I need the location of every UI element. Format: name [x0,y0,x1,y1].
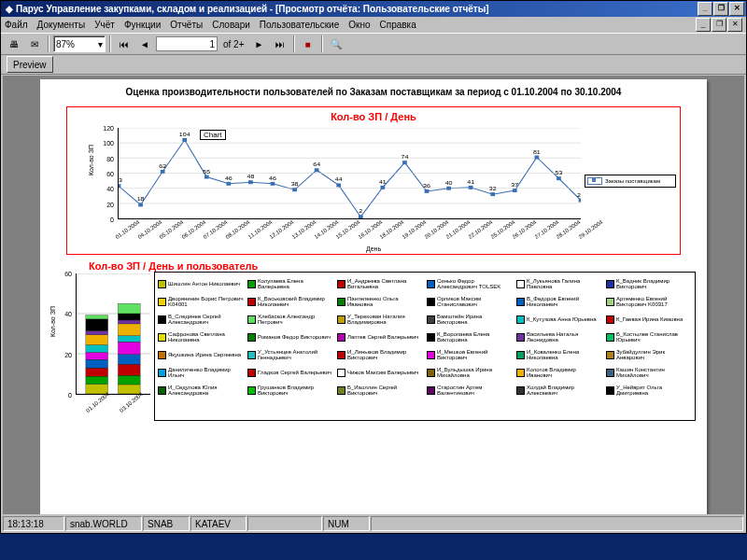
report-title: Оценка производительности пользователей … [40,79,707,103]
chart-2: Кол-во ЗП / День и пользователь Кол-во З… [51,260,696,421]
mdi-maximize-button[interactable]: ❐ [712,18,726,32]
legend-swatch-icon [337,315,345,324]
svg-text:41: 41 [379,178,387,184]
stop-icon[interactable]: ■ [299,35,317,53]
legend-swatch-icon [516,386,525,395]
legend-swatch-icon [158,315,166,324]
legend-item: У_Тереховая Наталия Владимировна [337,311,423,328]
menu-reports[interactable]: Отчёты [170,20,203,30]
legend-swatch-icon [247,280,256,288]
search-icon[interactable]: 🔍 [327,35,345,53]
legend-item: К_Васьковский Владимир Николаевич [247,293,333,310]
svg-text:53: 53 [556,170,563,175]
titlebar[interactable]: ◆ Парус Управление закупками, складом и … [1,1,746,17]
menu-dictionaries[interactable]: Словари [212,20,250,30]
menu-user[interactable]: Пользовательские [260,20,339,30]
legend-item: К_Воропаева Елена Викторовна [427,329,513,345]
maximize-button[interactable]: ❐ [713,2,728,16]
menu-help[interactable]: Справка [380,20,416,30]
svg-rect-71 [118,324,140,336]
legend-swatch-icon [337,369,345,377]
legend-item: Зубайдуллин Эрик Анварович [606,346,692,363]
legend-swatch-icon [247,369,256,377]
chart-1-title: Кол-во ЗП / День [73,111,674,122]
svg-text:55: 55 [203,168,210,174]
mdi-close-button[interactable]: ✕ [727,18,742,32]
svg-rect-61 [86,335,108,345]
menubar[interactable]: Файл Документы Учёт Функции Отчёты Слова… [1,17,746,33]
svg-rect-17 [227,182,232,186]
legend-item: В_Федоров Евгений Николаевич [516,293,602,310]
legend-swatch-icon [427,351,435,359]
preview-tab[interactable]: Preview [7,56,53,73]
svg-text:64: 64 [313,161,320,167]
chart-1-legend: Заказы поставщикам [585,175,676,188]
status-time: 18:13:18 [3,516,64,531]
legend-swatch-icon [516,351,525,359]
legend-swatch-icon [247,351,256,359]
legend-swatch-icon [337,386,345,395]
svg-rect-15 [204,175,209,179]
legend-swatch-icon [337,351,345,359]
svg-text:46: 46 [269,175,276,180]
menu-accounting[interactable]: Учёт [94,20,115,30]
page-input[interactable] [156,36,218,51]
legend-item: Бамштейн Ирина Викторовна [427,311,513,328]
chart-1-xlabel: День [73,245,674,252]
prev-page-icon[interactable]: ◄ [135,35,154,53]
menu-window[interactable]: Окно [348,20,370,30]
legend-item: Пантелеенко Ольга Ивановна [337,293,423,310]
svg-rect-45 [535,156,540,160]
svg-rect-13 [182,138,187,142]
taskbar[interactable] [0,534,747,560]
first-page-icon[interactable]: ⏮ [115,35,134,53]
legend-swatch-icon [337,280,345,288]
legend-item: Колупаева Елена Валерьевна [247,275,333,292]
menu-documents[interactable]: Документы [37,20,86,30]
svg-text:32: 32 [489,186,497,191]
legend-item: Старостин Артем Валентинович [427,382,513,399]
next-page-icon[interactable]: ► [250,35,269,53]
minimize-button[interactable]: _ [698,2,712,16]
svg-rect-25 [315,168,319,172]
svg-rect-59 [86,352,108,359]
menu-file[interactable]: Файл [5,20,28,30]
legend-swatch-icon [606,280,614,288]
page-of-label: of 2+ [223,39,245,49]
legend-swatch-icon [427,298,435,306]
print-icon[interactable]: 🖶 [5,35,23,53]
legend-swatch-icon [247,315,256,324]
menu-functions[interactable]: Функции [124,20,161,30]
svg-text:62: 62 [159,162,166,168]
legend-swatch-icon [337,298,345,306]
svg-rect-72 [118,320,140,324]
legend-swatch-icon [516,280,525,288]
legend-swatch-icon [158,280,166,288]
status-schema: SNAB [143,516,190,531]
svg-rect-21 [271,182,275,186]
legend-item: У_Нейврит Ольга Дмитриевна [606,382,692,399]
chart-annotation: Chart [200,130,226,140]
legend-item: Б_Иаоллин Сергей Викторович [337,382,423,399]
zoom-combo[interactable]: 87%▾ [53,35,106,52]
legend-swatch-icon [587,177,602,185]
legend-item: Грушанков Владимир Викторович [247,382,333,399]
app-window: ◆ Парус Управление закупками, складом и … [0,0,747,534]
legend-swatch-icon [606,351,614,359]
report-viewport[interactable]: Оценка производительности пользователей … [3,76,744,514]
legend-swatch-icon [516,333,525,342]
close-button[interactable]: ✕ [729,2,744,16]
last-page-icon[interactable]: ⏭ [271,35,289,53]
svg-rect-7 [119,184,120,188]
legend-swatch-icon [247,333,256,342]
legend-swatch-icon [516,369,525,377]
export-icon[interactable]: ✉ [25,35,44,53]
legend-swatch-icon [516,298,525,306]
svg-text:44: 44 [335,176,343,182]
legend-item: Холдай Владимир Алексеевич [516,382,602,399]
svg-rect-70 [118,336,140,343]
legend-swatch-icon [247,386,256,395]
mdi-minimize-button[interactable]: _ [696,18,711,32]
legend-item: Гладков Сергей Валерьевич [247,364,333,381]
legend-swatch-icon [158,298,166,306]
